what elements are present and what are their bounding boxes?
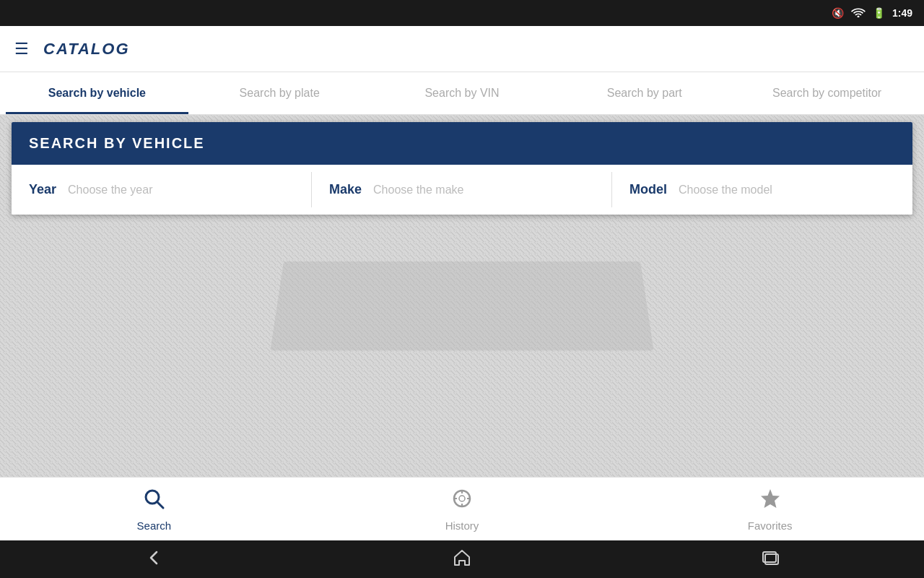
svg-point-4	[459, 496, 465, 501]
main-content: SEARCH BY VEHICLE Year Choose the year M…	[0, 115, 924, 477]
make-label: Make	[329, 182, 362, 197]
year-label: Year	[29, 182, 56, 197]
history-icon	[450, 487, 474, 515]
nav-favorites[interactable]: Favorites	[727, 487, 814, 532]
nav-search[interactable]: Search	[110, 487, 197, 532]
app-container: ☰ CATALOG Search by vehicle Search by pl…	[0, 26, 924, 540]
android-recents-button[interactable]	[760, 548, 780, 571]
tab-bar: Search by vehicle Search by plate Search…	[0, 72, 924, 115]
menu-icon[interactable]: ☰	[14, 40, 29, 59]
nav-history[interactable]: History	[419, 487, 505, 532]
status-time: 1:49	[892, 7, 912, 19]
android-nav-bar	[0, 540, 924, 578]
app-bar: ☰ CATALOG	[0, 26, 924, 72]
search-card-header: SEARCH BY VEHICLE	[12, 122, 912, 165]
make-placeholder: Choose the make	[373, 184, 463, 197]
model-placeholder: Choose the model	[679, 184, 772, 197]
svg-line-2	[157, 502, 163, 508]
android-home-button[interactable]	[452, 548, 472, 571]
search-label: Search	[137, 519, 172, 532]
model-label: Model	[629, 182, 667, 197]
search-card-title: SEARCH BY VEHICLE	[29, 135, 205, 151]
search-icon	[142, 487, 165, 515]
tab-vehicle[interactable]: Search by vehicle	[6, 72, 188, 114]
year-field-group[interactable]: Year Choose the year	[12, 165, 312, 215]
mute-icon: 🔇	[832, 7, 844, 19]
star-icon	[759, 487, 782, 515]
android-back-button[interactable]	[144, 548, 164, 571]
tab-plate[interactable]: Search by plate	[188, 72, 371, 114]
status-bar: 🔇 🔋 1:49	[0, 0, 924, 26]
history-label: History	[445, 519, 479, 532]
make-field-group[interactable]: Make Choose the make	[312, 165, 612, 215]
tab-competitor[interactable]: Search by competitor	[736, 72, 918, 114]
bottom-nav: Search History Favorites	[0, 477, 924, 540]
wifi-icon	[851, 7, 866, 20]
svg-point-0	[857, 15, 859, 17]
svg-marker-9	[761, 489, 780, 508]
year-placeholder: Choose the year	[68, 184, 152, 197]
app-title: CATALOG	[43, 40, 130, 59]
favorites-label: Favorites	[748, 519, 793, 532]
battery-icon: 🔋	[873, 7, 885, 19]
model-field-group[interactable]: Model Choose the model	[612, 165, 912, 215]
tab-vin[interactable]: Search by VIN	[371, 72, 554, 114]
search-fields: Year Choose the year Make Choose the mak…	[12, 165, 912, 215]
tab-part[interactable]: Search by part	[553, 72, 736, 114]
search-by-vehicle-card: SEARCH BY VEHICLE Year Choose the year M…	[12, 122, 912, 215]
